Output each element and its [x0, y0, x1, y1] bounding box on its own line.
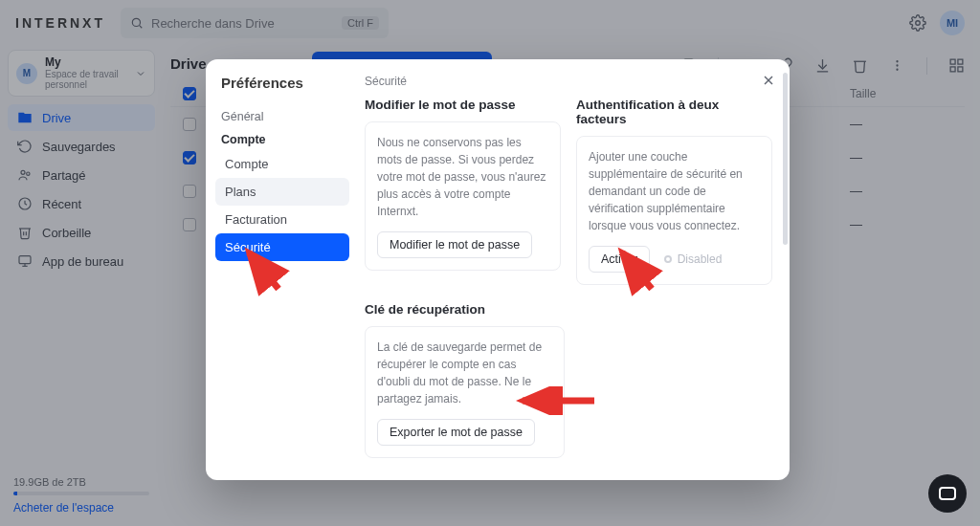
modal-section-label: Sécurité	[365, 75, 772, 88]
pref-item-account[interactable]: Compte	[215, 150, 349, 178]
password-title: Modifier le mot de passe	[365, 98, 561, 112]
twofa-desc: Ajouter une couche supplémentaire de séc…	[589, 148, 760, 234]
password-desc: Nous ne conservons pas les mots de passe…	[377, 134, 548, 220]
chat-widget[interactable]	[928, 474, 967, 513]
preferences-modal: Préférences Général Compte Compte Plans …	[206, 59, 790, 480]
twofa-title: Authentification à deux facteurs	[576, 98, 772, 126]
pref-group-account: Compte	[215, 127, 349, 150]
pref-item-security[interactable]: Sécurité	[215, 233, 349, 261]
pref-group-general[interactable]: Général	[215, 104, 349, 127]
export-password-button[interactable]: Exporter le mot de passe	[377, 419, 535, 446]
recovery-title: Clé de récupération	[365, 302, 565, 317]
twofa-status: Disabled	[664, 252, 723, 266]
change-password-button[interactable]: Modifier le mot de passe	[377, 231, 532, 258]
close-icon[interactable]	[761, 73, 776, 92]
pref-item-plans[interactable]: Plans	[215, 178, 349, 206]
modal-scrollbar[interactable]	[783, 73, 788, 245]
enable-2fa-button[interactable]: Activer	[589, 246, 650, 273]
pref-item-billing[interactable]: Facturation	[215, 206, 349, 233]
recovery-desc: La clé de sauvegarde permet de récupérer…	[377, 339, 552, 407]
modal-title: Préférences	[221, 75, 344, 91]
